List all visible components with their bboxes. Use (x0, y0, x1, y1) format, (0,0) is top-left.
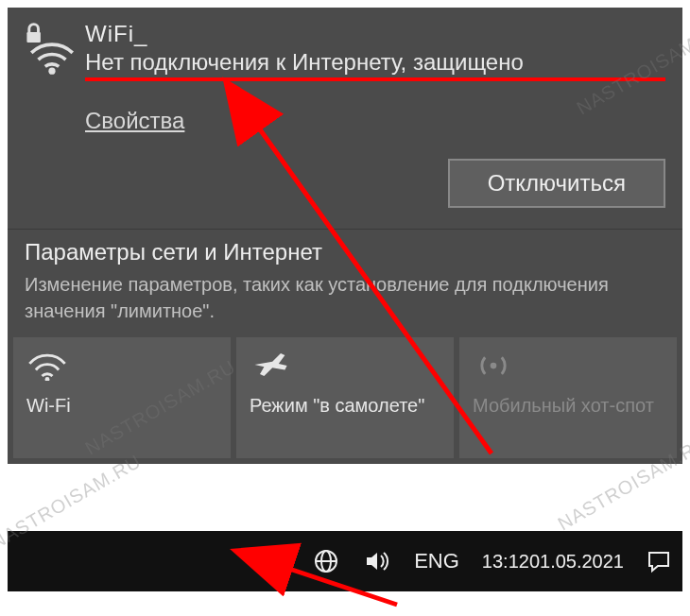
clock-date: 01.05.2021 (529, 551, 624, 572)
svg-point-3 (491, 363, 497, 369)
language-indicator[interactable]: ENG (403, 531, 471, 591)
volume-icon[interactable] (352, 531, 403, 591)
disconnect-button[interactable]: Отключиться (448, 159, 665, 208)
network-flyout: WiFi_ Нет подключения к Интернету, защищ… (8, 8, 682, 464)
clock-time: 13:12 (482, 551, 529, 572)
hotspot-icon (473, 349, 664, 385)
action-center-icon[interactable] (635, 531, 682, 591)
tile-hotspot-label: Мобильный хот-спот (473, 394, 664, 417)
network-globe-icon[interactable] (301, 531, 352, 591)
properties-link[interactable]: Свойства (85, 108, 184, 134)
clock[interactable]: 13:12 01.05.2021 (471, 531, 635, 591)
tile-hotspot[interactable]: Мобильный хот-спот (459, 337, 677, 458)
svg-point-0 (48, 68, 55, 75)
settings-title: Параметры сети и Интернет (25, 239, 665, 265)
tile-airplane[interactable]: Режим "в самолете" (236, 337, 454, 458)
svg-rect-1 (26, 32, 40, 43)
disconnect-row: Отключиться (8, 140, 682, 229)
tile-airplane-label: Режим "в самолете" (250, 394, 440, 417)
quick-tiles: Wi-Fi Режим "в самолете" Мобильный (8, 337, 682, 464)
wifi-secured-icon (25, 21, 79, 76)
network-settings-block[interactable]: Параметры сети и Интернет Изменение пара… (8, 229, 682, 337)
tile-wifi-label: Wi-Fi (26, 394, 217, 417)
settings-description: Изменение параметров, таких как установл… (25, 271, 665, 324)
wifi-icon (26, 349, 217, 385)
svg-point-2 (45, 377, 50, 381)
tray-overflow-chevron[interactable] (259, 531, 301, 591)
network-info: WiFi_ Нет подключения к Интернету, защищ… (85, 21, 665, 134)
taskbar: ENG 13:12 01.05.2021 (8, 531, 682, 591)
network-status: Нет подключения к Интернету, защищено (85, 49, 665, 81)
current-network-row: WiFi_ Нет подключения к Интернету, защищ… (8, 8, 682, 140)
airplane-icon (250, 349, 440, 385)
network-ssid: WiFi_ (85, 21, 665, 47)
tile-wifi[interactable]: Wi-Fi (13, 337, 231, 458)
